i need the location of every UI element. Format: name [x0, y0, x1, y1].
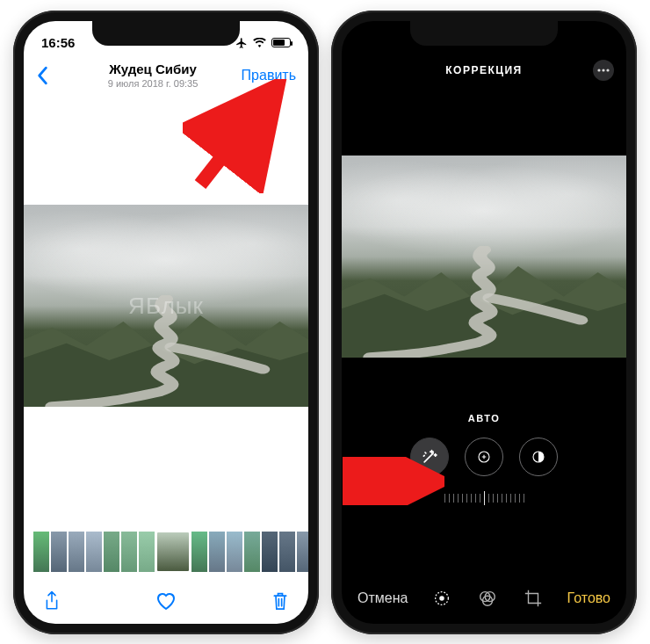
photo-image: ЯБлык	[24, 205, 308, 407]
back-button[interactable]	[36, 66, 71, 85]
photo-datetime: 9 июля 2018 г. 09:35	[71, 78, 235, 89]
phone-frame-left: 16:56 Жудец Сибиу 9 июля 201	[13, 11, 319, 634]
thumbnail[interactable]	[226, 531, 243, 573]
cancel-button[interactable]: Отмена	[358, 590, 408, 606]
svg-point-2	[606, 69, 609, 71]
status-icons	[235, 37, 291, 49]
exposure-icon	[476, 449, 492, 465]
thumbnail[interactable]	[208, 531, 226, 573]
edit-tab-bar	[432, 589, 543, 608]
tab-adjust[interactable]	[432, 589, 451, 608]
edit-mode-title: КОРРЕКЦИЯ	[445, 64, 523, 76]
thumbnail[interactable]	[138, 531, 155, 573]
edit-header: КОРРЕКЦИЯ	[342, 51, 626, 90]
svg-point-0	[597, 69, 600, 71]
photo-editor-canvas[interactable]	[342, 125, 626, 388]
dial-brilliance[interactable]	[519, 438, 558, 476]
thumbnail[interactable]	[50, 531, 68, 573]
photo-location-title: Жудец Сибиу	[71, 62, 235, 76]
thumbnail[interactable]	[120, 531, 138, 573]
edit-button[interactable]: Править	[235, 68, 296, 83]
done-button[interactable]: Готово	[567, 590, 610, 606]
svg-point-6	[439, 596, 444, 601]
tab-filters[interactable]	[478, 589, 497, 608]
adjustment-dial-row	[342, 438, 626, 476]
nav-title-block: Жудец Сибиу 9 июля 2018 г. 09:35	[71, 62, 235, 89]
thumbnail[interactable]	[261, 531, 278, 573]
photo-viewer[interactable]: ЯБлык	[24, 148, 308, 464]
phone-frame-right: КОРРЕКЦИЯ АВТО	[331, 11, 637, 634]
favorite-button[interactable]	[155, 591, 177, 611]
notch	[92, 21, 240, 46]
wand-icon	[421, 448, 438, 466]
thumbnail[interactable]	[103, 531, 120, 573]
screen-photo-detail: 16:56 Жудец Сибиу 9 июля 201	[24, 21, 308, 624]
notch	[410, 21, 558, 46]
battery-icon	[271, 38, 291, 47]
screen-photo-edit: КОРРЕКЦИЯ АВТО	[342, 21, 626, 624]
contrast-icon	[531, 449, 546, 465]
dial-auto[interactable]	[410, 438, 449, 476]
photo-image	[342, 156, 626, 358]
edit-bottom-toolbar: Отмена Готово	[342, 573, 626, 624]
delete-button[interactable]	[271, 590, 289, 611]
share-button[interactable]	[43, 590, 61, 611]
thumbnail[interactable]	[85, 531, 103, 573]
thumbnail[interactable]	[296, 531, 308, 573]
dial-exposure[interactable]	[465, 438, 503, 476]
thumbnail-strip[interactable]	[24, 531, 308, 575]
thumbnail[interactable]	[278, 531, 296, 573]
wifi-icon	[253, 38, 266, 47]
thumbnail[interactable]	[243, 531, 261, 573]
thumbnail-selected[interactable]	[155, 531, 191, 573]
tab-crop[interactable]	[524, 589, 543, 608]
adjustment-name-label: АВТО	[342, 413, 626, 423]
nav-bar: Жудец Сибиу 9 июля 2018 г. 09:35 Править	[24, 56, 308, 95]
thumbnail[interactable]	[68, 531, 85, 573]
thumbnail[interactable]	[191, 531, 208, 573]
more-options-button[interactable]	[593, 60, 614, 81]
airplane-mode-icon	[235, 37, 248, 49]
status-time: 16:56	[41, 35, 75, 50]
adjustment-slider[interactable]	[379, 488, 589, 508]
bottom-toolbar	[24, 578, 308, 624]
svg-point-1	[602, 69, 604, 71]
thumbnail[interactable]	[32, 531, 50, 573]
